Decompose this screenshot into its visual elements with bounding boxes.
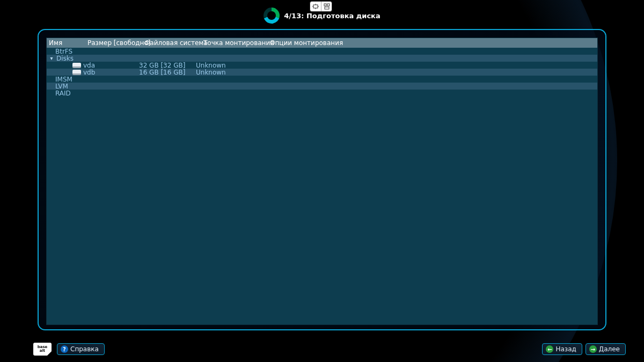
back-label: Назад [555, 345, 576, 353]
disks-label: Disks [56, 55, 74, 62]
disk-name: vdb [83, 69, 95, 76]
tree-row-raid[interactable]: RAID [47, 90, 597, 97]
partition-tree[interactable]: Имя Размер [свободно] Файловая система Т… [46, 38, 598, 325]
tree-row-disks[interactable]: ▾ Disks [47, 55, 597, 62]
tree-header: Имя Размер [свободно] Файловая система Т… [47, 38, 597, 48]
imsm-label: IMSM [55, 76, 72, 83]
tree-row-disk-vda[interactable]: vda 32 GB [32 GB] Unknown [47, 62, 597, 69]
footer: basealt ? Справка ← Назад → Далее [0, 343, 644, 356]
disk-icon [72, 70, 81, 75]
vm-toolbox [310, 1, 332, 12]
tree-row-disk-vdb[interactable]: vdb 16 GB [16 GB] Unknown [47, 69, 597, 76]
disk-size: 16 GB [16 GB] [139, 69, 196, 76]
col-mount[interactable]: Точка монтирования [201, 39, 268, 47]
tree-row-lvm[interactable]: LVM [47, 83, 597, 90]
tree-row-btrfs[interactable]: BtrFS [47, 48, 597, 55]
svg-rect-5 [324, 4, 326, 6]
raid-label: RAID [55, 90, 71, 97]
next-label: Далее [599, 345, 620, 353]
svg-rect-7 [325, 7, 329, 9]
help-icon: ? [61, 345, 68, 353]
back-button[interactable]: ← Назад [542, 343, 582, 355]
col-name[interactable]: Имя [47, 39, 85, 47]
svg-rect-6 [327, 4, 330, 6]
chevron-down-icon[interactable]: ▾ [49, 56, 54, 61]
col-mount-opts[interactable]: Опции монтирования [268, 39, 597, 47]
toolbox-icon-1[interactable] [310, 2, 321, 11]
disk-fs: Unknown [196, 62, 255, 69]
arrow-left-icon: ← [546, 345, 553, 353]
tree-rows: BtrFS ▾ Disks vda 32 GB [32 GB] Unknown [47, 48, 597, 97]
disk-size: 32 GB [32 GB] [139, 62, 196, 69]
help-button[interactable]: ? Справка [57, 343, 105, 355]
col-fs[interactable]: Файловая система [142, 39, 201, 47]
col-size[interactable]: Размер [свободно] [85, 39, 142, 47]
logo-icon [264, 8, 280, 24]
toolbox-icon-2[interactable] [321, 2, 332, 11]
main-panel: Имя Размер [свободно] Файловая система Т… [38, 29, 606, 330]
arrow-right-icon: → [589, 345, 597, 353]
tree-row-imsm[interactable]: IMSM [47, 76, 597, 83]
btrfs-label: BtrFS [55, 48, 72, 55]
help-label: Справка [70, 345, 99, 353]
lvm-label: LVM [55, 83, 68, 90]
disk-icon [72, 63, 81, 68]
next-button[interactable]: → Далее [586, 343, 626, 355]
disk-fs: Unknown [196, 69, 255, 76]
svg-rect-0 [313, 5, 318, 8]
disk-name: vda [83, 62, 95, 69]
brand-logo: basealt [33, 343, 52, 356]
step-title: 4/13: Подготовка диска [284, 12, 380, 20]
